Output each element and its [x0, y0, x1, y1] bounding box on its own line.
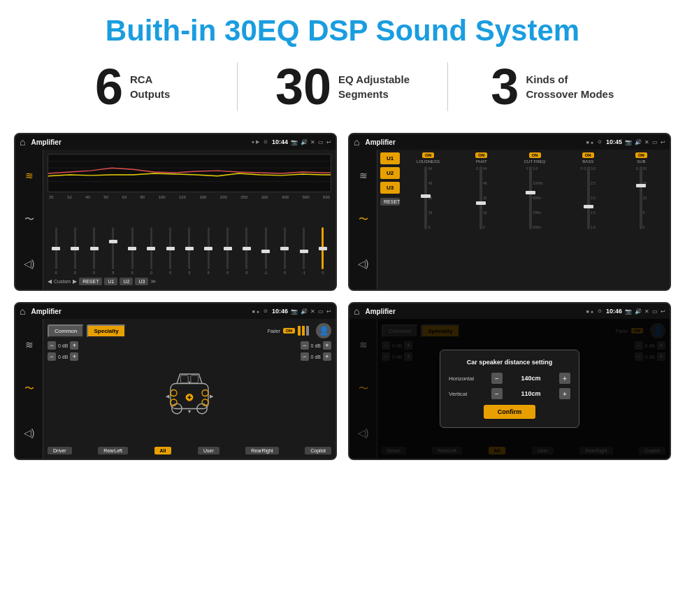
driver-button[interactable]: Driver: [48, 447, 72, 454]
eq-slider-4[interactable]: 5: [105, 227, 122, 275]
back-icon-2[interactable]: ↩: [661, 139, 665, 145]
sidebar-wave-icon-2[interactable]: 〜: [359, 213, 368, 226]
status-dots-3: ■ ●: [252, 309, 259, 314]
eq-custom-label: Custom: [54, 279, 71, 284]
eq-slider-9[interactable]: 0: [200, 227, 217, 275]
copilot-button[interactable]: Copilot: [305, 447, 331, 454]
home-icon[interactable]: ⌂: [20, 136, 25, 148]
status-title-1: Amplifier: [31, 138, 248, 146]
sidebar-eq-icon-3[interactable]: ≋: [25, 339, 34, 350]
svg-text:◀: ◀: [166, 393, 170, 399]
amp-u1-button[interactable]: U1: [380, 152, 400, 164]
db-row-1: − 0 dB +: [48, 341, 103, 350]
sidebar-wave-icon[interactable]: 〜: [24, 213, 34, 226]
status-bar-4: ⌂ Amplifier ■ ● ⊙ 10:46 📷 🔊 ✕ ▭ ↩: [349, 303, 670, 319]
amp-u3-button[interactable]: U3: [380, 182, 400, 194]
back-icon-3[interactable]: ↩: [326, 308, 331, 315]
db-plus-2[interactable]: +: [70, 352, 78, 361]
amp-u2-button[interactable]: U2: [380, 167, 400, 179]
sidebar-speaker-icon-3[interactable]: ◁): [24, 427, 35, 438]
eq-main: 253240506380100125160200250320400500630 …: [43, 150, 336, 289]
horizontal-plus-button[interactable]: +: [559, 373, 570, 384]
eq-graph: [48, 154, 331, 192]
amp-bass: ON BASS F G 3.02.52.01.51.0: [563, 152, 614, 287]
eq-slider-11[interactable]: 0: [238, 227, 255, 275]
close-icon-4: ✕: [644, 308, 649, 315]
db-row-2: − 0 dB +: [48, 352, 103, 361]
back-icon-4[interactable]: ↩: [661, 308, 665, 315]
user-avatar[interactable]: 👤: [316, 323, 331, 338]
window-icon-3: ▭: [318, 308, 324, 315]
confirm-button[interactable]: Confirm: [484, 405, 536, 419]
eq-slider-1[interactable]: 0: [48, 227, 64, 275]
db-plus-1[interactable]: +: [70, 341, 78, 350]
db-minus-2[interactable]: −: [48, 352, 56, 361]
db-minus-1[interactable]: −: [48, 341, 56, 350]
eq-u1-button[interactable]: U1: [104, 278, 117, 285]
close-icon-2: ✕: [644, 139, 649, 145]
status-dots-1: ● ▶: [252, 139, 259, 145]
eq-slider-10[interactable]: 0: [219, 227, 236, 275]
eq-slider-14[interactable]: -1: [295, 227, 312, 275]
amp-sub: ON SUB G 20151050: [616, 152, 667, 287]
back-icon-1[interactable]: ↩: [326, 139, 331, 145]
db-value-4: 0 dB: [311, 354, 321, 359]
horizontal-minus-button[interactable]: −: [491, 373, 503, 384]
stat-number-crossover: 3: [491, 62, 519, 112]
eq-prev-arrow[interactable]: ◀: [48, 278, 52, 285]
eq-slider-13[interactable]: 0: [276, 227, 293, 275]
stat-rca: 6 RCA Outputs: [28, 62, 237, 112]
eq-slider-15[interactable]: 0: [315, 227, 331, 275]
tab-common[interactable]: Common: [48, 324, 84, 338]
close-icon-3: ✕: [310, 308, 315, 315]
status-time-4: 10:46: [606, 308, 622, 315]
status-title-3: Amplifier: [31, 308, 249, 315]
vertical-plus-button[interactable]: +: [559, 388, 570, 399]
db-minus-4[interactable]: −: [301, 352, 309, 361]
eq-slider-12[interactable]: -1: [257, 227, 274, 275]
rear-right-button[interactable]: RearRight: [245, 447, 279, 454]
db-plus-4[interactable]: +: [323, 352, 331, 361]
status-title-4: Amplifier: [365, 308, 583, 315]
db-minus-3[interactable]: −: [301, 341, 309, 350]
db-plus-3[interactable]: +: [323, 341, 331, 350]
status-bar-2: ⌂ Amplifier ■ ● ⊙ 10:45 📷 🔊 ✕ ▭ ↩: [349, 134, 670, 150]
screen-content-2: ≋ 〜 ◁) U1 U2 U3 RESET ON L: [349, 150, 670, 289]
home-icon-3[interactable]: ⌂: [20, 306, 25, 317]
eq-slider-7[interactable]: 0: [162, 227, 179, 275]
tab-specialty[interactable]: Specialty: [87, 324, 125, 338]
vertical-minus-button[interactable]: −: [491, 388, 503, 399]
page-title: Buith-in 30EQ DSP Sound System: [0, 0, 685, 55]
cs-right-panel: − 0 dB + − 0 dB +: [275, 341, 331, 444]
db-value-2: 0 dB: [58, 354, 68, 359]
eq-u2-button[interactable]: U2: [120, 278, 133, 285]
rear-left-button[interactable]: RearLeft: [98, 447, 128, 454]
screen-eq: ⌂ Amplifier ● ▶ ⊙ 10:44 📷 🔊 ✕ ▭ ↩ ≋ 〜 ◁): [14, 133, 337, 291]
sidebar-wave-icon-3[interactable]: 〜: [24, 382, 34, 395]
eq-slider-2[interactable]: 0: [66, 227, 83, 275]
home-icon-2[interactable]: ⌂: [354, 136, 359, 148]
eq-slider-6[interactable]: 0: [143, 227, 159, 275]
sidebar-speaker-icon[interactable]: ◁): [24, 258, 35, 269]
amp-reset-button[interactable]: RESET: [380, 198, 400, 206]
user-button[interactable]: User: [198, 447, 219, 454]
status-bar-1: ⌂ Amplifier ● ▶ ⊙ 10:44 📷 🔊 ✕ ▭ ↩: [15, 134, 336, 150]
eq-slider-5[interactable]: 0: [124, 227, 140, 275]
volume-icon-2: 🔊: [635, 139, 642, 145]
home-icon-4[interactable]: ⌂: [354, 306, 359, 317]
loudness-on-badge: ON: [422, 152, 434, 158]
all-button[interactable]: All: [154, 447, 172, 454]
vertical-value: 110cm: [507, 390, 555, 397]
eq-reset-button[interactable]: RESET: [79, 278, 102, 285]
screen-amp: ⌂ Amplifier ■ ● ⊙ 10:45 📷 🔊 ✕ ▭ ↩ ≋ 〜 ◁)…: [348, 133, 671, 291]
sidebar-eq-icon-2[interactable]: ≋: [359, 170, 368, 181]
expand-icon-1[interactable]: ≫: [150, 278, 156, 285]
sidebar-eq-icon[interactable]: ≋: [25, 170, 34, 181]
db-row-4: − 0 dB +: [301, 352, 331, 361]
sidebar-speaker-icon-2[interactable]: ◁): [358, 258, 369, 269]
cutfreq-on-badge: ON: [529, 152, 541, 158]
eq-slider-8[interactable]: 0: [181, 227, 198, 275]
eq-next-arrow[interactable]: ▶: [73, 278, 77, 285]
eq-u3-button[interactable]: U3: [135, 278, 148, 285]
eq-slider-3[interactable]: 0: [86, 227, 103, 275]
